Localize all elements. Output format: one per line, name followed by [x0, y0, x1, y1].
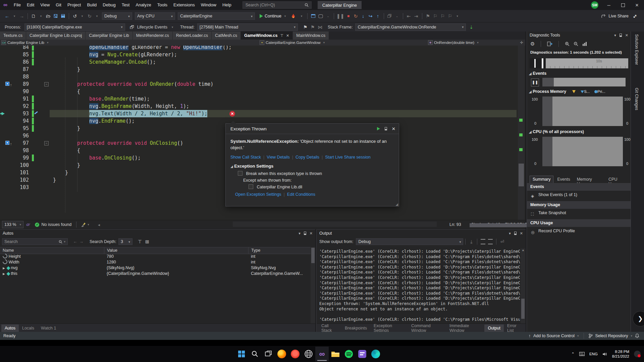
continue-icon[interactable] — [260, 14, 263, 18]
break-checkbox[interactable] — [238, 171, 243, 176]
reset-view-chart-icon[interactable] — [582, 42, 587, 46]
taskbar-item-task-view[interactable] — [262, 347, 275, 361]
restore-button[interactable] — [616, 0, 630, 10]
scroll-up-arrow[interactable]: ▲ — [522, 248, 525, 252]
cpu-chart[interactable] — [542, 137, 623, 166]
menu-debug[interactable]: Debug — [100, 0, 118, 10]
document-tab-caterpillar-engine-lib[interactable]: Caterpillar Engine Lib — [86, 32, 132, 40]
column-value[interactable]: Value — [104, 247, 248, 254]
hscroll-left-arrow[interactable]: ◂ — [98, 222, 100, 227]
process-dropdown[interactable]: [31800] CaterpillarEngine.exe▾ — [24, 23, 125, 31]
goto-message-icon[interactable]: ⤓ — [468, 238, 475, 246]
popup-close-icon[interactable]: ✕ — [392, 126, 395, 131]
zoom-in-icon[interactable] — [565, 42, 570, 46]
output-menu-icon[interactable]: ▾ — [509, 231, 511, 236]
search-prev-icon[interactable]: ← — [73, 239, 77, 244]
step-out-icon[interactable]: ↑ — [375, 12, 381, 20]
output-scrollbar[interactable]: ▲ — [521, 248, 525, 325]
fold-marker-icon[interactable]: − — [44, 141, 49, 145]
tab-autos[interactable]: Autos — [1, 324, 19, 332]
variable-value[interactable]: {SilkyNvg.Nvg} — [107, 265, 246, 271]
memory-chart[interactable] — [542, 97, 623, 126]
indent-decrease-icon[interactable]: ⇤ — [406, 12, 412, 20]
indent-increase-icon[interactable]: ⇥ — [413, 12, 420, 20]
menu-git[interactable]: Git — [53, 0, 64, 10]
breadcrumb-type[interactable]: ✦ CaterpillarEngine.GameWindow▾ — [258, 40, 325, 45]
output-close-icon[interactable]: ✕ — [520, 231, 523, 236]
code-line-88[interactable]: 88 — [0, 73, 525, 80]
taskbar-item-red-app[interactable] — [288, 347, 302, 361]
diagnostics-close-icon[interactable]: ✕ — [625, 33, 628, 38]
autos-row-Height[interactable]: Height780int — [0, 254, 311, 259]
platform-dropdown[interactable]: Any CPU▾ — [135, 12, 175, 20]
column-name[interactable]: Name — [0, 247, 104, 254]
clear-all-icon[interactable] — [481, 239, 485, 244]
bookmark-prev-icon[interactable]: ⚐ — [432, 12, 439, 20]
document-tab-gamewindow-cs[interactable]: GameWindow.cs⊤✕ — [241, 32, 292, 40]
language-indicator[interactable]: ENG — [589, 352, 598, 356]
menu-test[interactable]: Test — [119, 0, 133, 10]
fold-marker-icon[interactable]: − — [44, 82, 49, 86]
code-line-93[interactable]: 93nvg.Text(Width / 2, Height / 2, "Hi!")… — [0, 110, 525, 117]
autos-row-this[interactable]: ▶ this{CaterpillarEngine.GameWindow}Cate… — [0, 271, 311, 277]
bookmark-icon[interactable]: ⚑ — [425, 12, 431, 20]
suspend-icon[interactable]: ⋈ — [317, 23, 323, 31]
open-exception-settings-link[interactable]: Open Exception Settings — [235, 192, 281, 197]
code-line-84[interactable]: 84openGLHandler gLRenderer = new OpenGLH… — [0, 46, 525, 51]
cpu-section-header[interactable]: ◢ CPU (% of all processors) — [529, 129, 584, 134]
configuration-dropdown[interactable]: Debug▾ — [102, 12, 132, 20]
open-file-icon[interactable]: 🗁 — [45, 12, 52, 20]
tab-git-changes[interactable]: Git Changes — [634, 88, 639, 110]
user-avatar[interactable]: SM — [591, 1, 598, 9]
volume-icon[interactable] — [602, 352, 607, 356]
taskbar-item-teal-app[interactable] — [369, 347, 382, 361]
events-track[interactable] — [542, 78, 626, 86]
taskbar-item-start[interactable] — [235, 347, 248, 361]
popup-continue-icon[interactable] — [377, 127, 380, 130]
output-pin-icon[interactable] — [514, 232, 517, 235]
undo-icon[interactable]: ↺ — [71, 12, 78, 20]
bookmark-clear-icon[interactable]: ⚐ — [447, 12, 453, 20]
flag-thread-icon[interactable]: ⚑ — [309, 23, 316, 31]
menu-help[interactable]: Help — [219, 0, 234, 10]
navigate-back-dropdown[interactable]: ▾ — [11, 12, 18, 20]
scrollbar-thumb[interactable] — [519, 164, 524, 186]
view-details-link[interactable]: View Details — [267, 155, 290, 160]
menu-extensions[interactable]: Extensions — [170, 0, 198, 10]
summary-action-take-snapshot[interactable]: ⛶Take Snapshot — [527, 209, 631, 217]
events-section-header[interactable]: ◢ Events — [529, 71, 546, 76]
attach-icon[interactable]: 🗔 — [310, 12, 317, 20]
menu-analyze[interactable]: Analyze — [132, 0, 154, 10]
new-file-icon[interactable]: 🗋 — [30, 12, 37, 20]
variable-value[interactable]: 780 — [107, 254, 246, 259]
variable-value[interactable]: 1280 — [107, 259, 246, 265]
popup-resize-grip[interactable]: ◢ — [395, 202, 398, 206]
save-all-icon[interactable]: 🖬 — [60, 12, 66, 20]
diagnostics-pin-icon[interactable] — [620, 34, 622, 37]
navigate-back-icon[interactable]: ← — [4, 12, 10, 20]
editor-vertical-scrollbar[interactable] — [518, 46, 525, 220]
breadcrumb-project[interactable]: Caterpillar Engine Lib▾ — [7, 41, 48, 45]
menu-build[interactable]: Build — [84, 0, 100, 10]
live-share-button[interactable]: Live Share — [608, 14, 629, 18]
tab-breakpoints[interactable]: Breakpoints — [341, 324, 370, 332]
output-source-dropdown[interactable]: Debug▾ — [356, 238, 463, 245]
settings-expander-icon[interactable]: ◢ — [230, 165, 233, 168]
search-next-icon[interactable]: → — [79, 239, 84, 244]
menu-edit[interactable]: Edit — [24, 0, 37, 10]
navigate-forward-icon[interactable]: → — [18, 12, 25, 20]
taskbar-item-visual-studio[interactable]: ∞ — [315, 347, 329, 361]
step-over-icon[interactable]: ↪ — [367, 12, 374, 20]
editor-horizontal-scrollbar[interactable] — [233, 222, 437, 227]
autos-search-input[interactable]: Search ▾ — [2, 238, 68, 245]
autos-pin-icon[interactable] — [304, 232, 306, 235]
tab-close-icon[interactable]: ✕ — [286, 34, 289, 38]
popup-pin-icon[interactable] — [385, 127, 387, 130]
tab-pin-icon[interactable]: ⊤ — [280, 34, 283, 38]
notifications-bell-icon[interactable] — [635, 334, 639, 338]
column-type[interactable]: Type — [248, 247, 311, 254]
taskbar-item-purple-app[interactable] — [356, 347, 369, 361]
save-icon[interactable]: 🖫 — [52, 12, 59, 20]
flag-icon[interactable]: ⚑ — [302, 23, 309, 31]
code-line-89[interactable]: ●↑89−protected override void OnRender(do… — [0, 80, 525, 88]
